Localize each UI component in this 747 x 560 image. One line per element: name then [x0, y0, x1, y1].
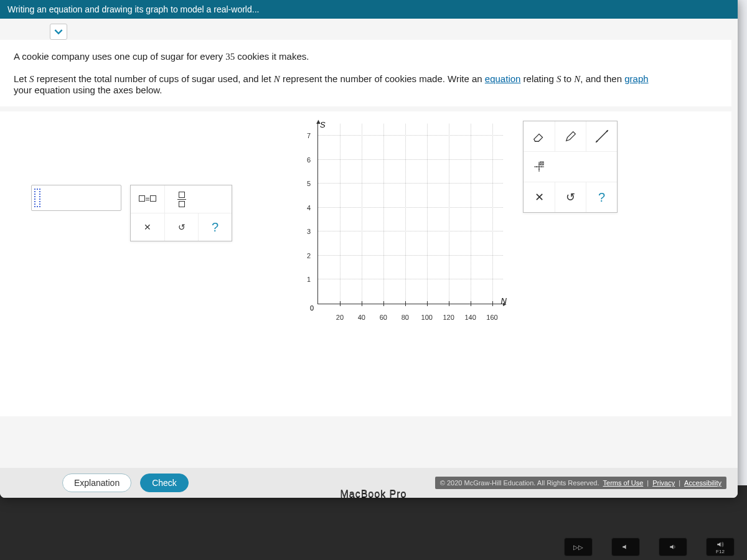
text: to	[561, 73, 574, 84]
collapse-button[interactable]	[50, 24, 67, 40]
y-tick: 6	[307, 156, 311, 164]
pencil-tool[interactable]	[555, 121, 586, 151]
device-hinge-label: MacBook Pro	[0, 482, 747, 506]
equation-link[interactable]: equation	[485, 73, 521, 84]
origin-label: 0	[310, 304, 314, 312]
text: represent the number of cookies made. Wr…	[280, 73, 485, 84]
pencil-icon	[564, 129, 578, 143]
x-tick: 60	[380, 314, 387, 321]
graph-toolbar: ✕ ↺ ?	[523, 121, 618, 213]
variable-S: S	[29, 74, 34, 84]
text: your equation using the axes below.	[14, 85, 162, 95]
help-button[interactable]: ?	[198, 213, 232, 241]
equation-toolbar: = ✕ ↺ ?	[130, 185, 232, 241]
keyboard-fn-keys: ▷▷ F12	[564, 538, 735, 556]
lesson-header: Writing an equation and drawing its grap…	[0, 0, 738, 19]
template-equals-button[interactable]: =	[131, 185, 164, 213]
y-tick: 4	[307, 204, 311, 212]
variable-N: N	[274, 74, 280, 84]
x-tick: 140	[464, 314, 476, 321]
eraser-tool[interactable]	[524, 121, 555, 151]
work-area: = ✕ ↺ ? S ▲ 1234567204060801001201	[0, 111, 731, 416]
y-tick: 2	[307, 252, 311, 259]
point-cross-icon	[532, 159, 547, 174]
y-tick: 3	[307, 228, 311, 235]
graph-link[interactable]: graph	[624, 73, 648, 84]
text: represent the total number of cups of su…	[34, 73, 274, 84]
count-value: 35	[225, 52, 235, 62]
clear-button[interactable]: ✕	[131, 213, 164, 241]
chevron-down-icon	[54, 27, 63, 36]
x-tick: 40	[358, 314, 365, 321]
graph-reset-button[interactable]: ↺	[555, 182, 586, 212]
eraser-icon	[532, 129, 546, 143]
graph-help-button[interactable]: ?	[586, 182, 617, 212]
key-skip-forward: ▷▷	[564, 538, 593, 556]
x-tick: 20	[336, 314, 344, 321]
reset-button[interactable]: ↺	[164, 213, 198, 241]
x-tick: 120	[443, 314, 454, 321]
app-window: Writing an equation and drawing its grap…	[0, 0, 738, 498]
key-volume-down	[611, 538, 640, 556]
problem-statement: A cookie company uses one cup of sugar f…	[0, 40, 731, 106]
y-tick: 1	[307, 276, 311, 283]
line-icon	[594, 128, 610, 144]
graph-canvas[interactable]: S ▲ 123456720406080100120140160 0 ▸ N	[299, 118, 510, 323]
key-label: F12	[716, 549, 725, 554]
x-tick: 100	[421, 314, 433, 321]
text: cookies it makes.	[235, 51, 309, 62]
text: Let	[14, 73, 29, 84]
input-cursor	[34, 189, 40, 207]
key-f12: F12	[706, 538, 735, 556]
y-tick: 5	[307, 180, 311, 187]
lesson-title: Writing an equation and drawing its grap…	[7, 4, 259, 14]
template-fraction-button[interactable]	[164, 185, 198, 213]
y-tick: 7	[307, 132, 311, 139]
x-tick: 80	[402, 314, 409, 321]
text: relating	[520, 73, 557, 84]
text: A cookie company uses one cup of sugar f…	[14, 51, 225, 62]
graph-clear-button[interactable]: ✕	[524, 182, 555, 212]
svg-line-0	[596, 130, 608, 142]
equation-input[interactable]	[31, 185, 121, 211]
key-volume-up	[659, 538, 687, 556]
point-plot-tool[interactable]	[524, 152, 555, 182]
variable-N: N	[574, 74, 580, 84]
x-axis-label: N	[501, 296, 507, 306]
text: , and then	[580, 73, 624, 84]
x-tick: 160	[486, 314, 497, 321]
line-tool[interactable]	[586, 121, 617, 151]
